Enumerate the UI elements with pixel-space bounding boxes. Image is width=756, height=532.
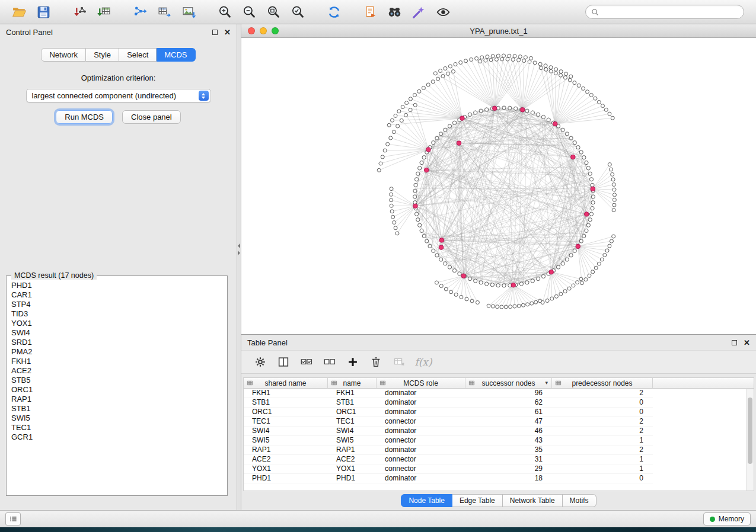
network-node[interactable] <box>611 116 614 120</box>
network-hub-node[interactable] <box>424 168 429 172</box>
network-node[interactable] <box>485 108 489 111</box>
network-node[interactable] <box>613 188 616 191</box>
network-node[interactable] <box>586 166 590 170</box>
network-node[interactable] <box>588 274 591 277</box>
network-node[interactable] <box>468 113 471 116</box>
table-scrollbar[interactable] <box>746 389 754 491</box>
network-node[interactable] <box>568 78 572 82</box>
network-node[interactable] <box>449 290 453 294</box>
network-node[interactable] <box>565 132 569 136</box>
network-node[interactable] <box>610 239 613 243</box>
network-node[interactable] <box>580 281 583 285</box>
network-node[interactable] <box>404 113 408 117</box>
mcds-result-item[interactable]: GCR1 <box>11 432 222 442</box>
export-table-button[interactable] <box>152 2 177 21</box>
network-hub-node[interactable] <box>461 274 466 278</box>
network-node[interactable] <box>441 75 445 78</box>
network-node[interactable] <box>400 118 403 122</box>
mcds-result-item[interactable]: ORC1 <box>11 385 222 395</box>
network-node[interactable] <box>454 293 458 296</box>
network-node[interactable] <box>536 277 540 281</box>
column-header-MCDS-role[interactable]: MCDS role <box>377 378 465 388</box>
network-node[interactable] <box>476 301 479 305</box>
network-node[interactable] <box>608 244 611 248</box>
network-node[interactable] <box>541 274 545 278</box>
network-node[interactable] <box>608 112 611 116</box>
network-node[interactable] <box>396 124 400 128</box>
export-image-button[interactable] <box>177 2 201 21</box>
network-node[interactable] <box>534 300 538 304</box>
network-node[interactable] <box>508 54 511 57</box>
tab-style[interactable]: Style <box>86 48 119 62</box>
network-node[interactable] <box>546 299 549 303</box>
network-node[interactable] <box>576 146 580 149</box>
import-table-button[interactable] <box>92 2 116 21</box>
table-row[interactable]: PHD1PHD1dominator180 <box>244 474 754 483</box>
network-node[interactable] <box>549 69 553 73</box>
status-menu-button[interactable] <box>5 512 21 525</box>
panel-splitter[interactable] <box>237 24 241 510</box>
network-hub-node[interactable] <box>413 204 418 209</box>
network-node[interactable] <box>504 305 508 309</box>
network-node[interactable] <box>604 108 608 111</box>
table-settings-button[interactable] <box>251 353 270 371</box>
table-row[interactable]: SWI5SWI5connector431 <box>244 436 754 446</box>
float-panel-icon[interactable] <box>212 30 218 35</box>
column-header-shared-name[interactable]: shared name <box>244 378 328 388</box>
network-node[interactable] <box>452 269 456 273</box>
export-network-button[interactable] <box>128 2 152 21</box>
network-node[interactable] <box>612 235 615 238</box>
network-node[interactable] <box>386 142 390 146</box>
tab-network-table[interactable]: Network Table <box>503 494 563 507</box>
network-node[interactable] <box>509 305 512 309</box>
network-node[interactable] <box>569 254 573 257</box>
network-hub-node[interactable] <box>591 187 595 191</box>
network-node[interactable] <box>502 284 506 287</box>
network-node[interactable] <box>563 76 567 79</box>
network-node[interactable] <box>428 244 432 248</box>
network-node[interactable] <box>389 136 393 140</box>
network-node[interactable] <box>519 282 523 286</box>
network-node[interactable] <box>436 77 440 81</box>
network-node[interactable] <box>559 73 563 77</box>
network-node[interactable] <box>597 100 601 104</box>
network-node[interactable] <box>390 187 393 191</box>
network-node[interactable] <box>554 68 558 71</box>
network-hub-node[interactable] <box>457 141 461 146</box>
network-node[interactable] <box>390 193 393 196</box>
network-node[interactable] <box>485 282 489 286</box>
add-column-button[interactable] <box>343 353 362 371</box>
mcds-result-item[interactable]: CAR1 <box>11 290 222 300</box>
deselect-all-button[interactable] <box>320 353 339 371</box>
network-node[interactable] <box>610 168 613 171</box>
network-node[interactable] <box>496 284 500 287</box>
network-node[interactable] <box>464 59 468 63</box>
network-node[interactable] <box>567 287 571 290</box>
close-window-icon[interactable] <box>248 27 255 34</box>
network-node[interactable] <box>452 121 456 124</box>
network-node[interactable] <box>418 166 422 170</box>
network-node[interactable] <box>533 61 537 65</box>
mcds-result-item[interactable]: STP4 <box>11 300 222 309</box>
network-node[interactable] <box>414 178 418 181</box>
network-node[interactable] <box>446 72 450 75</box>
network-node[interactable] <box>584 278 588 281</box>
network-node[interactable] <box>591 183 594 187</box>
network-node[interactable] <box>525 281 529 284</box>
network-hub-node[interactable] <box>439 238 444 243</box>
close-table-panel-icon[interactable]: ✕ <box>744 339 750 347</box>
network-node[interactable] <box>556 265 560 269</box>
mcds-result-item[interactable]: RAP1 <box>11 395 222 404</box>
network-node[interactable] <box>524 56 527 59</box>
network-node[interactable] <box>439 69 442 73</box>
column-header-predecessor-nodes[interactable]: predecessor nodes <box>552 378 653 388</box>
network-node[interactable] <box>526 303 529 306</box>
network-node[interactable] <box>531 279 534 283</box>
network-node[interactable] <box>576 281 579 284</box>
network-hub-node[interactable] <box>492 106 497 111</box>
network-node[interactable] <box>591 201 595 204</box>
network-node[interactable] <box>390 210 394 213</box>
network-node[interactable] <box>563 290 567 293</box>
network-node[interactable] <box>502 106 506 110</box>
mcds-result-item[interactable]: ACE2 <box>11 366 222 376</box>
